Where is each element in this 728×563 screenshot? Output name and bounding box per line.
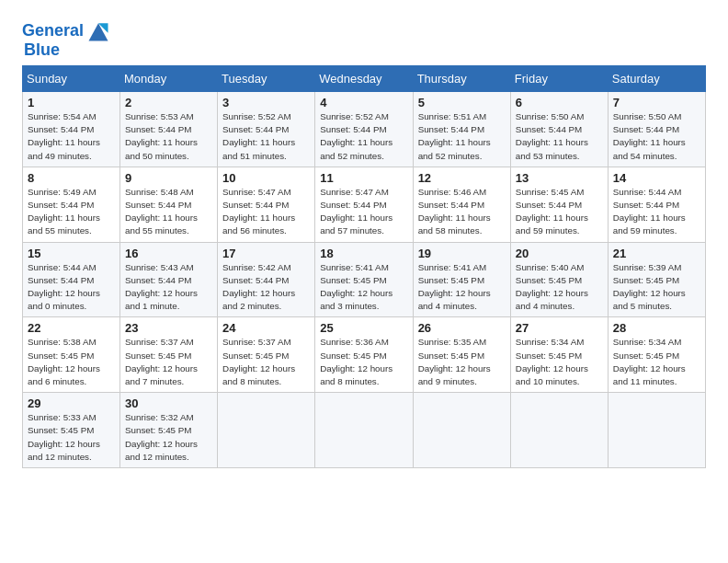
day-number: 2 bbox=[125, 96, 212, 109]
day-info: Sunrise: 5:32 AMSunset: 5:45 PMDaylight:… bbox=[125, 412, 198, 462]
calendar-cell: 19 Sunrise: 5:41 AMSunset: 5:45 PMDaylig… bbox=[413, 242, 510, 317]
day-number: 19 bbox=[418, 247, 506, 260]
day-info: Sunrise: 5:40 AMSunset: 5:45 PMDaylight:… bbox=[516, 262, 588, 312]
calendar-cell: 10 Sunrise: 5:47 AMSunset: 5:44 PMDaylig… bbox=[218, 167, 315, 242]
day-info: Sunrise: 5:44 AMSunset: 5:44 PMDaylight:… bbox=[28, 262, 100, 312]
day-info: Sunrise: 5:34 AMSunset: 5:45 PMDaylight:… bbox=[613, 337, 686, 386]
day-number: 1 bbox=[28, 96, 115, 109]
calendar-cell: 8 Sunrise: 5:49 AMSunset: 5:44 PMDayligh… bbox=[23, 167, 120, 242]
day-info: Sunrise: 5:49 AMSunset: 5:44 PMDaylight:… bbox=[28, 187, 100, 236]
calendar-cell bbox=[315, 393, 413, 468]
day-number: 29 bbox=[28, 396, 115, 410]
day-info: Sunrise: 5:45 AMSunset: 5:44 PMDaylight:… bbox=[516, 187, 588, 236]
day-number: 7 bbox=[613, 96, 700, 109]
day-number: 14 bbox=[613, 171, 700, 185]
day-info: Sunrise: 5:41 AMSunset: 5:45 PMDaylight:… bbox=[320, 262, 392, 312]
day-info: Sunrise: 5:50 AMSunset: 5:44 PMDaylight:… bbox=[516, 111, 588, 161]
calendar-cell: 1 Sunrise: 5:54 AMSunset: 5:44 PMDayligh… bbox=[23, 92, 120, 167]
day-number: 8 bbox=[28, 171, 115, 185]
day-number: 16 bbox=[125, 247, 212, 260]
calendar-cell: 4 Sunrise: 5:52 AMSunset: 5:44 PMDayligh… bbox=[315, 92, 413, 167]
calendar-cell: 7 Sunrise: 5:50 AMSunset: 5:44 PMDayligh… bbox=[608, 92, 705, 167]
weekday-header-thursday: Thursday bbox=[413, 66, 510, 92]
day-info: Sunrise: 5:39 AMSunset: 5:45 PMDaylight:… bbox=[613, 262, 686, 312]
day-info: Sunrise: 5:50 AMSunset: 5:44 PMDaylight:… bbox=[613, 111, 686, 161]
day-info: Sunrise: 5:35 AMSunset: 5:45 PMDaylight:… bbox=[418, 337, 491, 386]
day-number: 6 bbox=[516, 96, 603, 109]
day-number: 12 bbox=[418, 171, 506, 185]
calendar-header-row: SundayMondayTuesdayWednesdayThursdayFrid… bbox=[23, 66, 706, 92]
calendar-week-4: 22 Sunrise: 5:38 AMSunset: 5:45 PMDaylig… bbox=[23, 317, 706, 393]
calendar-cell: 23 Sunrise: 5:37 AMSunset: 5:45 PMDaylig… bbox=[120, 317, 218, 393]
logo-text: General bbox=[22, 22, 84, 40]
calendar-table: SundayMondayTuesdayWednesdayThursdayFrid… bbox=[22, 65, 706, 468]
calendar-cell: 13 Sunrise: 5:45 AMSunset: 5:44 PMDaylig… bbox=[510, 167, 608, 242]
weekday-header-tuesday: Tuesday bbox=[218, 66, 315, 92]
day-info: Sunrise: 5:37 AMSunset: 5:45 PMDaylight:… bbox=[125, 337, 198, 386]
calendar-cell: 29 Sunrise: 5:33 AMSunset: 5:45 PMDaylig… bbox=[23, 393, 120, 468]
page-header: General Blue bbox=[22, 18, 706, 60]
calendar-week-2: 8 Sunrise: 5:49 AMSunset: 5:44 PMDayligh… bbox=[23, 167, 706, 242]
day-number: 30 bbox=[125, 396, 212, 410]
calendar-cell bbox=[413, 393, 510, 468]
day-number: 17 bbox=[222, 247, 310, 260]
day-number: 10 bbox=[222, 171, 310, 185]
day-number: 28 bbox=[613, 321, 700, 335]
day-info: Sunrise: 5:53 AMSunset: 5:44 PMDaylight:… bbox=[125, 111, 198, 161]
day-info: Sunrise: 5:46 AMSunset: 5:44 PMDaylight:… bbox=[418, 187, 491, 236]
calendar-cell: 15 Sunrise: 5:44 AMSunset: 5:44 PMDaylig… bbox=[23, 242, 120, 317]
calendar-cell: 5 Sunrise: 5:51 AMSunset: 5:44 PMDayligh… bbox=[413, 92, 510, 167]
logo: General Blue bbox=[22, 18, 111, 60]
day-number: 15 bbox=[28, 247, 115, 260]
calendar-cell: 28 Sunrise: 5:34 AMSunset: 5:45 PMDaylig… bbox=[608, 317, 705, 393]
calendar-cell: 2 Sunrise: 5:53 AMSunset: 5:44 PMDayligh… bbox=[120, 92, 218, 167]
day-info: Sunrise: 5:54 AMSunset: 5:44 PMDaylight:… bbox=[28, 111, 100, 161]
calendar-cell: 26 Sunrise: 5:35 AMSunset: 5:45 PMDaylig… bbox=[413, 317, 510, 393]
day-info: Sunrise: 5:41 AMSunset: 5:45 PMDaylight:… bbox=[418, 262, 491, 312]
calendar-week-3: 15 Sunrise: 5:44 AMSunset: 5:44 PMDaylig… bbox=[23, 242, 706, 317]
day-info: Sunrise: 5:37 AMSunset: 5:45 PMDaylight:… bbox=[222, 337, 295, 386]
day-number: 23 bbox=[125, 321, 212, 335]
day-number: 5 bbox=[418, 96, 506, 109]
day-number: 20 bbox=[516, 247, 603, 260]
weekday-header-saturday: Saturday bbox=[608, 66, 705, 92]
calendar-cell: 17 Sunrise: 5:42 AMSunset: 5:44 PMDaylig… bbox=[218, 242, 315, 317]
calendar-cell: 24 Sunrise: 5:37 AMSunset: 5:45 PMDaylig… bbox=[218, 317, 315, 393]
calendar-cell: 14 Sunrise: 5:44 AMSunset: 5:44 PMDaylig… bbox=[608, 167, 705, 242]
day-number: 25 bbox=[320, 321, 407, 335]
day-number: 24 bbox=[222, 321, 310, 335]
calendar-cell: 21 Sunrise: 5:39 AMSunset: 5:45 PMDaylig… bbox=[608, 242, 705, 317]
calendar-cell: 9 Sunrise: 5:48 AMSunset: 5:44 PMDayligh… bbox=[120, 167, 218, 242]
calendar-cell: 25 Sunrise: 5:36 AMSunset: 5:45 PMDaylig… bbox=[315, 317, 413, 393]
calendar-cell bbox=[608, 393, 705, 468]
weekday-header-sunday: Sunday bbox=[23, 66, 120, 92]
calendar-cell: 11 Sunrise: 5:47 AMSunset: 5:44 PMDaylig… bbox=[315, 167, 413, 242]
calendar-cell: 22 Sunrise: 5:38 AMSunset: 5:45 PMDaylig… bbox=[23, 317, 120, 393]
calendar-cell: 18 Sunrise: 5:41 AMSunset: 5:45 PMDaylig… bbox=[315, 242, 413, 317]
logo-icon bbox=[85, 18, 111, 44]
day-info: Sunrise: 5:33 AMSunset: 5:45 PMDaylight:… bbox=[28, 412, 100, 462]
calendar-cell: 3 Sunrise: 5:52 AMSunset: 5:44 PMDayligh… bbox=[218, 92, 315, 167]
day-number: 21 bbox=[613, 247, 700, 260]
weekday-header-monday: Monday bbox=[120, 66, 218, 92]
calendar-body: 1 Sunrise: 5:54 AMSunset: 5:44 PMDayligh… bbox=[23, 92, 706, 468]
calendar-cell: 16 Sunrise: 5:43 AMSunset: 5:44 PMDaylig… bbox=[120, 242, 218, 317]
day-number: 27 bbox=[516, 321, 603, 335]
day-number: 11 bbox=[320, 171, 407, 185]
day-info: Sunrise: 5:52 AMSunset: 5:44 PMDaylight:… bbox=[222, 111, 295, 161]
calendar-cell: 27 Sunrise: 5:34 AMSunset: 5:45 PMDaylig… bbox=[510, 317, 608, 393]
calendar-week-1: 1 Sunrise: 5:54 AMSunset: 5:44 PMDayligh… bbox=[23, 92, 706, 167]
day-info: Sunrise: 5:51 AMSunset: 5:44 PMDaylight:… bbox=[418, 111, 491, 161]
day-number: 18 bbox=[320, 247, 407, 260]
day-number: 13 bbox=[516, 171, 603, 185]
calendar-cell: 20 Sunrise: 5:40 AMSunset: 5:45 PMDaylig… bbox=[510, 242, 608, 317]
day-info: Sunrise: 5:47 AMSunset: 5:44 PMDaylight:… bbox=[222, 187, 295, 236]
day-number: 9 bbox=[125, 171, 212, 185]
day-info: Sunrise: 5:47 AMSunset: 5:44 PMDaylight:… bbox=[320, 187, 392, 236]
calendar-cell bbox=[510, 393, 608, 468]
day-number: 4 bbox=[320, 96, 407, 109]
calendar-cell: 12 Sunrise: 5:46 AMSunset: 5:44 PMDaylig… bbox=[413, 167, 510, 242]
calendar-cell bbox=[218, 393, 315, 468]
day-number: 26 bbox=[418, 321, 506, 335]
day-info: Sunrise: 5:36 AMSunset: 5:45 PMDaylight:… bbox=[320, 337, 392, 386]
